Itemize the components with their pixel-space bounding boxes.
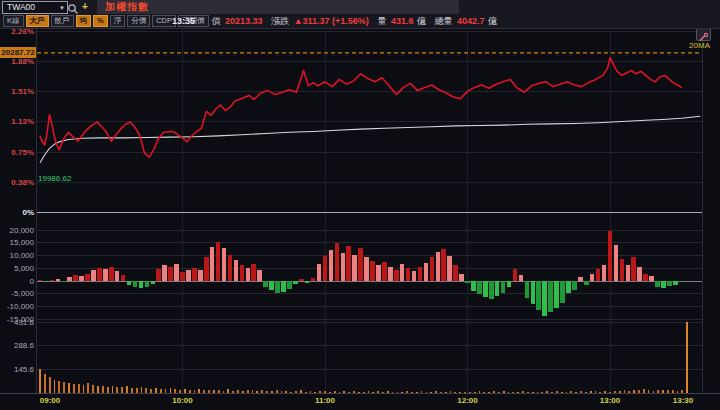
time-axis-label: 10:00 xyxy=(169,396,197,405)
quote-time: 13:35 xyxy=(172,16,195,26)
wrench-icon xyxy=(697,32,710,43)
pct-axis-label: 1.13% xyxy=(0,117,34,126)
top-bar: TWA00 ▼ + 加權指數 xyxy=(0,0,720,14)
net-axis-label: 20,000 xyxy=(0,226,34,235)
pct-axis-label: 1.51% xyxy=(0,87,34,96)
chart-canvas[interactable] xyxy=(0,0,720,410)
net-axis-label: 5,000 xyxy=(0,264,34,273)
symbol-value: TWA00 xyxy=(7,2,35,12)
price-value: 20213.33 xyxy=(225,16,263,26)
volume-unit: 億 xyxy=(417,16,426,26)
pct-axis-label: 0.75% xyxy=(0,148,34,157)
chevron-down-icon: ▼ xyxy=(59,2,65,14)
instrument-tab-label: 加權指數 xyxy=(97,0,459,14)
time-axis-label: 09:00 xyxy=(36,396,64,405)
toolbar-button-3[interactable]: 散戶 xyxy=(51,15,74,27)
net-axis-label: -10,000 xyxy=(0,302,34,311)
instrument-tab-strip[interactable]: 加權指數 xyxy=(97,0,459,14)
trading-app-window: TWA00 ▼ + 加權指數 K線大戶散戶均%淨分價CDP三關價 13:35 價… xyxy=(0,0,720,410)
total-volume-value: 4042.7 xyxy=(457,16,485,26)
price-label: 價 xyxy=(212,16,221,26)
symbol-search[interactable]: + xyxy=(67,1,93,13)
toolbar-button-5[interactable]: % xyxy=(93,15,108,27)
net-axis-label: 10,000 xyxy=(0,251,34,260)
net-axis-label: 15,000 xyxy=(0,238,34,247)
quote-strip: 13:35 價 20213.33 漲跌 ▲311.37 (+1.56%) 量 4… xyxy=(172,15,497,27)
volume-value: 431.6 xyxy=(391,16,414,26)
time-axis-label: 12:00 xyxy=(454,396,482,405)
symbol-select[interactable]: TWA00 ▼ xyxy=(2,1,68,14)
toolbar-button-7[interactable]: 分價 xyxy=(127,15,150,27)
time-axis-label: 13:00 xyxy=(596,396,624,405)
time-axis-label: 13:30 xyxy=(669,396,697,405)
volume-axis-label: 431.6 xyxy=(0,318,34,327)
net-axis-label: -5,000 xyxy=(0,289,34,298)
total-volume-label: 總量 xyxy=(434,16,452,26)
low-price-label: 19986.62 xyxy=(38,174,71,183)
toolbar-button-1[interactable]: K線 xyxy=(3,15,24,27)
toolbar-button-2[interactable]: 大戶 xyxy=(26,15,49,27)
volume-axis-label: 288.6 xyxy=(0,341,34,350)
net-axis-label: 0 xyxy=(0,277,34,286)
total-volume-unit: 億 xyxy=(488,16,497,26)
pct-axis-label: 1.88% xyxy=(0,57,34,66)
volume-label: 量 xyxy=(377,16,386,26)
high-price-badge: 20287.72 xyxy=(0,47,36,58)
zero-pct-label: 0% xyxy=(0,208,34,217)
chart-settings-button[interactable] xyxy=(696,28,711,41)
volume-axis-label: 145.6 xyxy=(0,365,34,374)
pct-axis-label: 0.38% xyxy=(0,178,34,187)
change-label: 漲跌 xyxy=(271,16,289,26)
time-axis-label: 11:00 xyxy=(311,396,339,405)
change-value: ▲311.37 (+1.56%) xyxy=(294,16,369,26)
add-symbol-button[interactable]: + xyxy=(82,1,88,13)
chart-toolbar: K線大戶散戶均%淨分價CDP三關價 13:35 價 20213.33 漲跌 ▲3… xyxy=(0,14,720,29)
toolbar-button-6[interactable]: 淨 xyxy=(110,15,126,27)
toolbar-button-4[interactable]: 均 xyxy=(76,15,92,27)
